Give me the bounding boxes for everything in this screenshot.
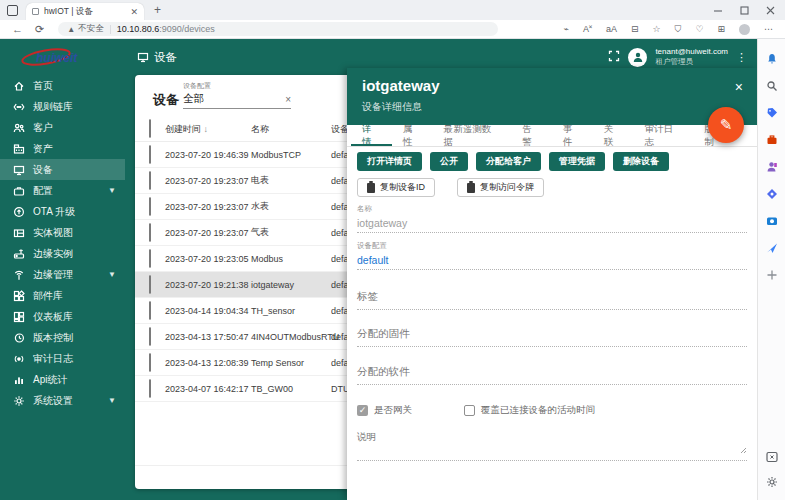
window-minimize-icon[interactable] — [714, 6, 723, 15]
split-screen-icon[interactable]: ⊟ — [631, 24, 639, 34]
back-icon[interactable]: ← — [12, 23, 23, 35]
tab-attributes[interactable]: 属性 — [392, 125, 433, 146]
select-all-checkbox[interactable] — [149, 119, 151, 138]
filter-value[interactable]: 全部 — [183, 92, 285, 106]
copy-device-id-button[interactable]: 复制设备ID — [357, 178, 435, 197]
overwrite-activity-time-checkbox[interactable]: 覆盖已连接设备的活动时间 — [464, 404, 595, 417]
office-icon[interactable] — [765, 133, 779, 147]
is-gateway-checkbox[interactable]: ✓ 是否网关 — [357, 404, 412, 417]
row-checkbox[interactable] — [149, 275, 151, 294]
sidebar-item-system-settings[interactable]: 系统设置 ▼ — [0, 390, 125, 411]
tab-actions-icon[interactable] — [7, 5, 18, 16]
device-profile-filter[interactable]: 设备配置 全部 × — [183, 81, 291, 109]
sidebar-item-assets[interactable]: 资产 — [0, 138, 125, 159]
sidebar-item-version-control[interactable]: 版本控制 — [0, 327, 125, 348]
refresh-icon[interactable]: ⟳ — [35, 23, 44, 36]
sidebar-item-edge-management[interactable]: 边缘管理 ▼ — [0, 264, 125, 285]
sidebar-pane-icon[interactable] — [765, 450, 779, 464]
extensions-icon[interactable]: ⊞ — [717, 24, 725, 34]
search-icon[interactable] — [765, 79, 779, 93]
sidebar-item-devices[interactable]: 设备 — [0, 159, 125, 180]
row-checkbox[interactable] — [149, 301, 151, 320]
collections-icon[interactable]: ⛉ — [675, 24, 682, 35]
row-checkbox[interactable] — [149, 249, 151, 268]
notifications-icon[interactable] — [765, 52, 779, 66]
user-avatar[interactable] — [628, 48, 647, 67]
entity-views-icon — [13, 227, 25, 239]
tab-audit-logs[interactable]: 审计日志 — [634, 125, 694, 146]
window-maximize-icon[interactable] — [740, 6, 749, 15]
people-icon[interactable] — [765, 160, 779, 174]
sidebar-item-ota-updates[interactable]: OTA 升级 — [0, 201, 125, 222]
edge-instances-icon — [13, 248, 25, 260]
assigned-firmware-field[interactable]: 分配的固件 — [357, 327, 747, 347]
browser-menu-icon[interactable]: ⋯ — [764, 24, 773, 34]
assign-to-customer-button[interactable]: 分配给客户 — [476, 152, 541, 171]
sidebar-item-audit-logs[interactable]: 审计日志 — [0, 348, 125, 369]
sidebar-item-rule-chains[interactable]: 规则链库 — [0, 96, 125, 117]
column-header-name[interactable]: 名称 — [251, 123, 331, 136]
sidebar-settings-icon[interactable] — [765, 475, 779, 489]
audit-logs-icon — [13, 353, 25, 365]
tab-alarms[interactable]: 告警 — [511, 125, 552, 146]
device-profile-field[interactable]: 设备配置 default — [357, 241, 747, 270]
sidebar-item-customers[interactable]: 客户 — [0, 117, 125, 138]
zoom-text-icon[interactable]: A˟ — [583, 24, 592, 34]
row-checkbox[interactable] — [149, 327, 151, 346]
url-field[interactable]: ▲ 不安全 10.10.80.6 :9090/devices — [58, 22, 498, 36]
edit-fab-button[interactable]: ✎ — [708, 107, 744, 143]
row-checkbox[interactable] — [149, 197, 151, 216]
profiles-icon — [13, 185, 25, 197]
sidebar-item-profiles[interactable]: 配置 ▼ — [0, 180, 125, 201]
name-field[interactable]: 名称 iotgateway — [357, 204, 747, 233]
fullscreen-icon[interactable] — [608, 48, 620, 66]
sidebar-item-widgets-library[interactable]: 部件库 — [0, 285, 125, 306]
browser-profile-avatar[interactable] — [739, 24, 750, 35]
tab-relations[interactable]: 关联 — [593, 125, 634, 146]
row-checkbox[interactable] — [149, 171, 151, 190]
copy-access-token-button[interactable]: 复制访问令牌 — [457, 178, 544, 197]
account-menu-icon[interactable]: ⋮ — [736, 51, 747, 64]
sidebar-item-api-usage[interactable]: Api统计 — [0, 369, 125, 390]
sidebar-item-entity-views[interactable]: 实体视图 — [0, 222, 125, 243]
tab-latest-telemetry[interactable]: 最新遥测数据 — [433, 125, 512, 146]
logo[interactable]: huiweit — [0, 46, 125, 68]
drop-icon[interactable] — [765, 241, 779, 255]
add-app-icon[interactable] — [765, 268, 779, 282]
row-checkbox[interactable] — [149, 145, 151, 164]
window-close-icon[interactable] — [766, 6, 775, 15]
column-header-created-time[interactable]: 创建时间 ↓ — [165, 123, 251, 136]
browser-essentials-icon[interactable]: ♡ — [695, 24, 703, 34]
read-aloud-icon[interactable]: aA — [606, 24, 617, 34]
tab-details[interactable]: 详情 — [351, 125, 392, 146]
system-settings-icon — [13, 395, 25, 407]
dashboards-library-icon — [13, 311, 25, 323]
sidebar-item-home[interactable]: 首页 — [0, 75, 125, 96]
delete-device-button[interactable]: 删除设备 — [613, 152, 669, 171]
manage-credentials-button[interactable]: 管理凭据 — [549, 152, 605, 171]
row-checkbox[interactable] — [149, 353, 151, 372]
make-public-button[interactable]: 公开 — [430, 152, 468, 171]
chevron-down-icon: ▼ — [108, 270, 116, 279]
open-details-page-button[interactable]: 打开详情页 — [357, 152, 422, 171]
label-field[interactable]: 标签 — [357, 290, 747, 310]
games-icon[interactable] — [765, 187, 779, 201]
sidebar-item-edge-instances[interactable]: 边缘实例 — [0, 243, 125, 264]
send-to-devices-icon[interactable]: ⌁ — [564, 24, 569, 34]
shopping-icon[interactable] — [765, 106, 779, 120]
favorite-star-icon[interactable]: ☆ — [653, 24, 661, 34]
row-checkbox[interactable] — [149, 379, 151, 398]
profile-field-value[interactable]: default — [357, 254, 747, 266]
clear-filter-icon[interactable]: × — [285, 94, 291, 105]
description-field[interactable]: 说明 — [357, 431, 747, 461]
browser-tab[interactable]: hwIOT | 设备 ✕ — [26, 3, 144, 20]
new-tab-button[interactable]: + — [154, 3, 161, 17]
sidebar-item-dashboards-library[interactable]: 仪表板库 — [0, 306, 125, 327]
assigned-software-field[interactable]: 分配的软件 — [357, 365, 747, 385]
tab-close-icon[interactable]: ✕ — [130, 7, 138, 17]
resize-handle-icon[interactable] — [740, 440, 747, 458]
tab-events[interactable]: 事件 — [552, 125, 593, 146]
row-checkbox[interactable] — [149, 223, 151, 242]
close-panel-icon[interactable]: × — [735, 79, 743, 95]
image-creator-icon[interactable] — [765, 214, 779, 228]
